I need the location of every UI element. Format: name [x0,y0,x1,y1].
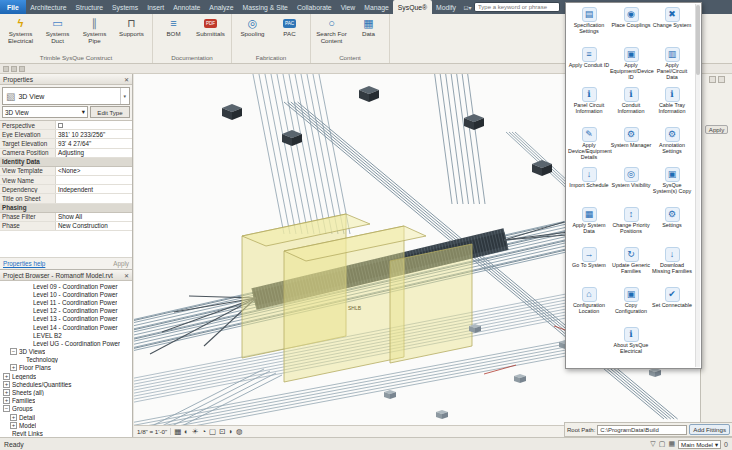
detail-level-icon[interactable]: ▦ [174,427,181,436]
filter-icon[interactable]: ▽ [650,440,655,448]
sun-path-icon[interactable]: ☀ [192,427,199,436]
palette-item-download-missing-families[interactable]: ↓Download Missing Families [652,245,692,285]
tab-architecture[interactable]: Architecture [26,0,71,14]
tree-item-legends[interactable]: +Legends [0,372,132,380]
tree-item-level-09-coordination-power[interactable]: Level 09 - Coordination Power [0,282,132,290]
collapse-icon[interactable]: − [10,348,17,355]
tree-item-schedules-quantities[interactable]: +Schedules/Quantities [0,380,132,388]
palette-item-cable-tray-information[interactable]: ℹCable Tray Information [652,85,692,125]
tab-view[interactable]: View [336,0,360,14]
tree-item-groups[interactable]: −Groups [0,405,132,413]
palette-item-system-visibility[interactable]: ◎System Visibility [610,165,652,205]
palette-item-specification-settings[interactable]: ▤Specification Settings [568,5,610,45]
tree-item-level-13-coordination-power[interactable]: Level 13 - Coordination Power [0,315,132,323]
visual-style-icon[interactable]: ◐ [184,427,189,436]
expand-icon[interactable]: + [3,389,10,396]
palette-item-import-schedule[interactable]: ↓Import Schedule [568,165,610,205]
dock-pin-icon[interactable] [718,76,725,83]
tree-item-3d-views[interactable]: −3D Views [0,348,132,356]
shadows-icon[interactable]: ◔ [202,427,207,436]
palette-item-place-couplings[interactable]: ◉Place Couplings [610,5,652,45]
ribbon-button-search-for-content[interactable]: ○Search For Content [313,15,350,54]
tree-item-level-ug-coordination-power[interactable]: Level UG - Coordination Power [0,339,132,347]
tab-systems[interactable]: Systems [108,0,143,14]
tree-item-level-12-coordination-power[interactable]: Level 12 - Coordination Power [0,307,132,315]
search-input[interactable] [474,2,560,12]
palette-item-change-system[interactable]: ✖Change System [652,5,692,45]
tab-manage[interactable]: Manage [360,0,394,14]
palette-item-apply-conduit-id[interactable]: ≡Apply Conduit ID [568,45,610,85]
palette-item-go-to-system[interactable]: →Go To System [568,245,610,285]
ribbon-button-data[interactable]: ▦Data [350,15,387,54]
select-icon[interactable] [11,66,17,72]
tab-file[interactable]: File [0,0,26,14]
palette-item-settings[interactable]: ⚙Settings [652,205,692,245]
tree-item-floor-plans[interactable]: +Floor Plans [0,364,132,372]
active-design-option-select[interactable]: Main Model ▾ [678,440,721,449]
palette-item-set-connectable[interactable]: ✔Set Connectable [652,285,692,325]
expand-icon[interactable]: + [3,381,10,388]
temporary-hide-icon[interactable]: ◗ [228,427,233,436]
palette-item-sysque-system-s-copy[interactable]: ▣SysQue System(s) Copy [652,165,692,205]
tree-item-level-b2[interactable]: LEVEL B2 [0,331,132,339]
properties-help-link[interactable]: Properties help [3,260,45,267]
expand-icon[interactable]: + [10,414,17,421]
root-path-value[interactable]: C:\ProgramData\Build [597,425,687,435]
tree-item-level-14-coordination-power[interactable]: Level 14 - Coordination Power [0,323,132,331]
chevron-down-icon[interactable]: ▾ [120,88,126,104]
modify-icon[interactable] [3,66,9,72]
palette-item-configuration-location[interactable]: ⌂Configuration Location [568,285,610,325]
tab-modify[interactable]: Modify [432,0,461,14]
scrollbar-thumb[interactable] [696,5,700,75]
crop-region-icon[interactable]: ⊡ [219,427,225,436]
project-browser-header[interactable]: Project Browser - Romanoff Model.rvt ✕ [0,270,132,281]
tree-item-revit-links[interactable]: Revit Links [0,429,132,437]
options-icon[interactable] [19,66,25,72]
palette-item-update-generic-families[interactable]: ↻Update Generic Families [610,245,652,285]
palette-item-panel-circuit-information[interactable]: ℹPanel Circuit Information [568,85,610,125]
palette-item-conduit-information[interactable]: ℹConduit Information [610,85,652,125]
ribbon-button-submittals[interactable]: PDFSubmittals [192,15,229,54]
tree-item-model[interactable]: +Model [0,421,132,429]
tab-analyze[interactable]: Analyze [205,0,238,14]
collapse-icon[interactable]: − [3,405,10,412]
reveal-hidden-icon[interactable]: ◍ [236,427,243,436]
tab-structure[interactable]: Structure [71,0,108,14]
view-filter-combo[interactable]: 3D View ▾ [2,106,88,118]
checkbox[interactable] [58,123,63,128]
palette-scrollbar[interactable] [695,4,700,367]
ribbon-button-bom[interactable]: ≡BOM [155,15,192,54]
tab-annotate[interactable]: Annotate [169,0,205,14]
design-options-icon[interactable]: ▢ [659,440,666,448]
tree-item-technology[interactable]: Technology [0,356,132,364]
tree-item-families[interactable]: +Families [0,397,132,405]
worksets-icon[interactable]: ▦ [668,440,675,448]
close-icon[interactable]: ✕ [124,76,129,83]
palette-item-apply-device-equipment-details[interactable]: ✎Apply Device/Equipment Details [568,125,610,165]
dock-apply-button[interactable]: Apply [705,125,728,134]
palette-item-annotation-settings[interactable]: ⚙Annotation Settings [652,125,692,165]
palette-item-system-manager[interactable]: ⚙System Manager [610,125,652,165]
close-icon[interactable]: ✕ [124,272,129,279]
tab-sysque[interactable]: SysQue® [393,0,431,14]
properties-header[interactable]: Properties ✕ [0,74,132,85]
expand-icon[interactable]: + [3,397,10,404]
type-selector[interactable]: ▧ 3D View ▾ [2,87,130,105]
palette-item-about-sysque-electrical[interactable]: ℹAbout SysQue Electrical [610,325,652,365]
ribbon-button-pac[interactable]: PACPAC [271,15,308,54]
ribbon-button-systems-pipe[interactable]: ∥Systems Pipe [76,15,113,54]
apply-button[interactable]: Apply [113,260,129,267]
dock-panel-icon[interactable] [709,76,716,83]
ribbon-button-supports[interactable]: ⊓Supports [113,15,150,54]
tab-collaborate[interactable]: Collaborate [292,0,336,14]
edit-type-button[interactable]: Edit Type [90,106,130,118]
ribbon-button-spooling[interactable]: ◎Spooling [234,15,271,54]
expand-icon[interactable]: + [10,364,17,371]
scale-button[interactable]: 1/8" = 1'-0" [137,428,171,435]
tree-item-sheets-all[interactable]: +Sheets (all) [0,388,132,396]
tree-item-level-10-coordination-power[interactable]: Level 10 - Coordination Power [0,290,132,298]
expand-icon[interactable]: + [10,422,17,429]
tree-item-detail[interactable]: +Detail [0,413,132,421]
add-fittings-button[interactable]: Add Fittings [689,424,730,435]
palette-item-copy-configuration[interactable]: ▣Copy Configuration [610,285,652,325]
